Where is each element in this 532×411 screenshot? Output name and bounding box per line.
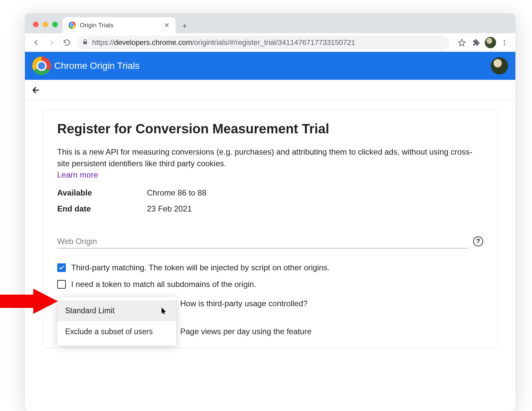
- url-text: https://developers.chrome.com/origintria…: [92, 38, 355, 47]
- browser-toolbar: https://developers.chrome.com/origintria…: [25, 33, 515, 52]
- close-window-button[interactable]: [33, 22, 39, 27]
- browser-tab[interactable]: Origin Trials ✕: [63, 17, 176, 33]
- back-button[interactable]: [30, 36, 43, 49]
- svg-point-1: [504, 40, 505, 41]
- page-description: This is a new API for measuring conversi…: [57, 146, 483, 170]
- reload-button[interactable]: [60, 36, 73, 49]
- tab-strip: Origin Trials ✕ +: [25, 13, 515, 33]
- sub-navigation: [25, 80, 515, 100]
- address-bar[interactable]: https://developers.chrome.com/origintria…: [77, 36, 450, 50]
- learn-more-link[interactable]: Learn more: [57, 170, 98, 180]
- bookmark-star-icon[interactable]: [456, 36, 468, 49]
- third-party-checkbox[interactable]: [57, 263, 66, 272]
- annotation-arrow: [0, 287, 60, 317]
- page-views-label: Page views per day using the feature: [180, 327, 483, 336]
- new-tab-button[interactable]: +: [178, 19, 191, 32]
- window-controls: [31, 22, 63, 33]
- page-back-button[interactable]: [28, 82, 44, 98]
- chrome-logo-icon: [32, 57, 51, 75]
- usage-limit-dropdown: Standard Limit Exclude a subset of users: [57, 297, 176, 345]
- maximize-window-button[interactable]: [52, 22, 58, 27]
- page-title: Register for Conversion Measurement Tria…: [57, 121, 483, 136]
- trial-meta: Available Chrome 86 to 88 End date 23 Fe…: [57, 188, 483, 213]
- dropdown-option-standard[interactable]: Standard Limit: [57, 300, 176, 321]
- profile-avatar[interactable]: [485, 37, 496, 48]
- svg-marker-0: [0, 289, 58, 314]
- end-date-label: End date: [57, 204, 147, 213]
- forward-button[interactable]: [45, 36, 58, 49]
- user-avatar[interactable]: [491, 57, 508, 74]
- end-date-value: 23 Feb 2021: [147, 204, 483, 213]
- menu-dots-icon[interactable]: [498, 36, 511, 49]
- extensions-icon[interactable]: [470, 36, 483, 49]
- third-party-label: Third-party matching. The token will be …: [71, 263, 330, 272]
- subdomains-label: I need a token to match all subdomains o…: [71, 280, 256, 289]
- browser-window: Origin Trials ✕ + https://developers.chr…: [25, 13, 515, 411]
- lock-icon: [82, 39, 88, 46]
- dropdown-option-exclude[interactable]: Exclude a subset of users: [57, 321, 176, 342]
- tab-title: Origin Trials: [80, 22, 163, 29]
- close-tab-icon[interactable]: ✕: [163, 20, 171, 31]
- svg-point-3: [504, 44, 505, 45]
- available-label: Available: [57, 188, 147, 198]
- available-value: Chrome 86 to 88: [147, 188, 483, 198]
- svg-point-2: [504, 42, 505, 43]
- web-origin-input[interactable]: [57, 235, 468, 248]
- registration-card: Register for Conversion Measurement Tria…: [42, 110, 498, 348]
- help-icon[interactable]: ?: [473, 236, 483, 246]
- minimize-window-button[interactable]: [43, 22, 48, 27]
- usage-control-question: How is third-party usage controlled?: [180, 299, 483, 308]
- page-content: Register for Conversion Measurement Tria…: [25, 100, 515, 357]
- app-header: Chrome Origin Trials: [25, 52, 515, 80]
- chrome-favicon-icon: [68, 22, 76, 29]
- app-title: Chrome Origin Trials: [54, 61, 140, 71]
- cursor-icon: [161, 307, 167, 317]
